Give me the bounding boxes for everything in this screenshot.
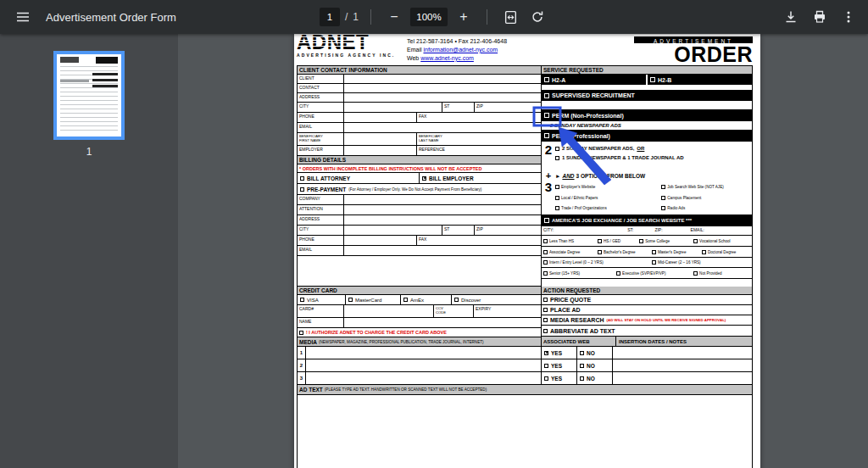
zoom-out-button[interactable]: − bbox=[383, 6, 405, 28]
mastercard-checkbox[interactable] bbox=[348, 298, 353, 302]
billing-phone-field[interactable] bbox=[344, 236, 416, 245]
prepayment-checkbox[interactable] bbox=[300, 187, 304, 192]
print-icon[interactable] bbox=[809, 6, 831, 28]
radio-ads-checkbox[interactable] bbox=[661, 206, 665, 210]
ad-text-field[interactable] bbox=[298, 395, 752, 468]
perm-non-professional-checkbox[interactable] bbox=[544, 113, 549, 118]
h2a-checkbox[interactable] bbox=[544, 77, 549, 82]
pdf-page: ADNET ADVERTISING AGENCY INC. Tel 212-58… bbox=[294, 34, 760, 468]
authorize-charge-checkbox[interactable] bbox=[299, 331, 303, 335]
supervised-recruitment-checkbox[interactable] bbox=[544, 93, 549, 98]
executive-checkbox[interactable] bbox=[616, 271, 620, 276]
beneficiary-first-name-field[interactable] bbox=[344, 133, 416, 145]
billing-empty-space bbox=[298, 256, 541, 287]
associated-web-no-1-checkbox[interactable] bbox=[580, 351, 584, 355]
intern-entry-level-checkbox[interactable] bbox=[543, 260, 548, 265]
insertion-notes-1-field[interactable] bbox=[613, 347, 752, 359]
local-ethnic-papers-checkbox[interactable] bbox=[555, 196, 559, 200]
perm-professional-checkbox[interactable] bbox=[544, 133, 549, 138]
hs-ged-checkbox[interactable] bbox=[598, 239, 602, 243]
billing-company-field[interactable] bbox=[344, 195, 541, 204]
employers-website-checkbox[interactable] bbox=[555, 185, 559, 189]
associated-web-yes-2-checkbox[interactable] bbox=[544, 364, 548, 368]
masters-degree-checkbox[interactable] bbox=[652, 250, 656, 254]
contact-field[interactable] bbox=[344, 84, 541, 92]
agency-web-link[interactable]: www.adnet-nyc.com bbox=[420, 55, 474, 61]
rotate-icon[interactable] bbox=[526, 6, 548, 28]
sunday-trade-journal-checkbox[interactable] bbox=[555, 156, 559, 160]
card-name-field[interactable] bbox=[344, 318, 541, 327]
fax-label: FAX bbox=[417, 113, 428, 120]
associate-degree-label: Associate Degree bbox=[549, 250, 580, 254]
client-field[interactable] bbox=[344, 75, 541, 83]
page-number-input[interactable] bbox=[320, 8, 340, 26]
two-sunday-ads-checkbox[interactable] bbox=[555, 147, 559, 151]
zoom-level-input[interactable] bbox=[410, 8, 448, 26]
some-college-checkbox[interactable] bbox=[639, 239, 643, 243]
more-options-icon[interactable] bbox=[837, 6, 860, 28]
city-field[interactable] bbox=[344, 103, 442, 112]
trade-prof-organizations-checkbox[interactable] bbox=[555, 206, 559, 210]
abbreviate-ad-text-checkbox[interactable] bbox=[543, 329, 548, 333]
media-row-1-field[interactable] bbox=[306, 347, 541, 359]
associated-web-no-3-checkbox[interactable] bbox=[580, 376, 584, 381]
americas-job-exchange-checkbox[interactable] bbox=[544, 218, 549, 223]
bill-employer-checkbox[interactable] bbox=[422, 176, 426, 181]
doctoral-degree-checkbox[interactable] bbox=[702, 250, 706, 254]
billing-email-field[interactable] bbox=[344, 246, 541, 255]
media-row-3-field[interactable] bbox=[306, 372, 541, 384]
perm-professional-label: PERM (Professional) bbox=[552, 133, 610, 139]
mid-career-checkbox[interactable] bbox=[652, 260, 656, 265]
associated-web-yes-3-checkbox[interactable] bbox=[544, 376, 548, 381]
thumbnail-sidebar: 1 bbox=[0, 34, 178, 468]
and-rest: 3 OPTIONS FROM BELOW bbox=[576, 173, 646, 179]
bachelors-degree-checkbox[interactable] bbox=[598, 250, 602, 254]
billing-fax-label: FAX bbox=[417, 236, 428, 243]
billing-st-label: ST bbox=[442, 226, 451, 233]
ad-text-section: AD TEXT(PLEASE TYPE AD TEXT. HANDWRITTEN… bbox=[297, 385, 753, 468]
h2b-checkbox[interactable] bbox=[650, 77, 655, 82]
media-row-2-field[interactable] bbox=[306, 359, 541, 371]
fit-page-icon[interactable] bbox=[499, 6, 521, 28]
billing-company-label: COMPANY bbox=[298, 195, 344, 204]
less-than-hs-checkbox[interactable] bbox=[543, 239, 548, 243]
employer-field[interactable] bbox=[344, 146, 416, 155]
client-info-section-header: CLIENT CONTACT INFORMATION bbox=[298, 66, 541, 75]
amex-checkbox[interactable] bbox=[403, 298, 408, 302]
visa-checkbox[interactable] bbox=[300, 298, 304, 302]
billing-city-field[interactable] bbox=[344, 226, 442, 235]
insertion-notes-3-field[interactable] bbox=[613, 372, 752, 384]
media-research-checkbox[interactable] bbox=[543, 318, 548, 322]
geo-st-label: ST: bbox=[626, 227, 653, 235]
bill-attorney-checkbox[interactable] bbox=[300, 176, 304, 181]
download-icon[interactable] bbox=[780, 6, 802, 28]
billing-city-label: CITY bbox=[298, 226, 344, 235]
service-requested-section-header: SERVICE REQUESTED bbox=[542, 66, 752, 75]
email-field[interactable] bbox=[344, 123, 541, 132]
associate-degree-checkbox[interactable] bbox=[543, 250, 548, 254]
associated-web-no-2-checkbox[interactable] bbox=[580, 364, 584, 368]
agency-email-link[interactable]: information@adnet-nyc.com bbox=[423, 47, 498, 53]
billing-attention-field[interactable] bbox=[344, 205, 541, 214]
yes-label: YES bbox=[551, 350, 562, 356]
email-label: EMAIL bbox=[298, 123, 344, 132]
campus-placement-checkbox[interactable] bbox=[661, 196, 665, 200]
pdf-viewer-area: ADNET ADVERTISING AGENCY INC. Tel 212-58… bbox=[178, 34, 868, 468]
billing-address-field[interactable] bbox=[344, 215, 541, 225]
phone-field[interactable] bbox=[344, 113, 416, 122]
vocational-school-checkbox[interactable] bbox=[693, 239, 698, 243]
contact-label: CONTACT bbox=[298, 84, 344, 92]
place-ad-checkbox[interactable] bbox=[543, 308, 548, 312]
price-quote-checkbox[interactable] bbox=[543, 298, 548, 302]
card-number-field[interactable] bbox=[344, 305, 433, 317]
address-field[interactable] bbox=[344, 93, 541, 102]
associated-web-yes-1-checkbox[interactable] bbox=[544, 351, 548, 355]
discover-checkbox[interactable] bbox=[454, 298, 459, 302]
job-search-website-checkbox[interactable] bbox=[661, 185, 665, 189]
not-provided-checkbox[interactable] bbox=[693, 271, 698, 276]
menu-icon[interactable] bbox=[12, 6, 34, 28]
zoom-in-button[interactable]: + bbox=[453, 6, 475, 28]
senior-checkbox[interactable] bbox=[543, 271, 548, 276]
page-1-thumbnail[interactable] bbox=[57, 54, 121, 136]
insertion-notes-2-field[interactable] bbox=[613, 359, 752, 371]
